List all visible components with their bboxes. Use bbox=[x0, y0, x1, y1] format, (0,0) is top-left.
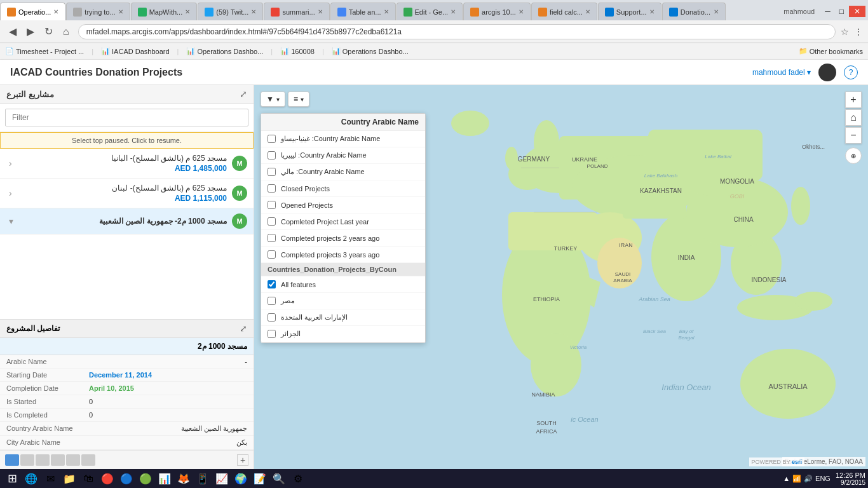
checkbox-5[interactable] bbox=[268, 217, 276, 226]
tab-twitter[interactable]: (59) Twit... ✕ bbox=[198, 3, 263, 20]
notice-bar[interactable]: Select top paused. Click to resume. bbox=[0, 132, 254, 149]
bookmark-1[interactable]: 📄 Timesheet - Project ... bbox=[5, 47, 84, 55]
dropdown-item-11[interactable]: الإمارات العربية المتحدة bbox=[261, 309, 425, 326]
tab-trying[interactable]: trying to... ✕ bbox=[66, 3, 130, 20]
lang-indicator[interactable]: ENG bbox=[815, 475, 831, 482]
taskbar-excel-icon[interactable]: 📊 bbox=[156, 470, 173, 487]
tab-close-table[interactable]: ✕ bbox=[381, 8, 389, 15]
checkbox-0[interactable] bbox=[268, 135, 276, 143]
taskbar-maps-icon[interactable]: 🌍 bbox=[232, 470, 250, 487]
minimize-btn[interactable]: ─ bbox=[821, 6, 834, 17]
dropdown-item-9[interactable]: All features bbox=[261, 276, 425, 293]
taskbar-files-icon[interactable]: 📁 bbox=[60, 470, 78, 487]
page-btn-4[interactable] bbox=[51, 454, 65, 466]
address-bar[interactable] bbox=[78, 24, 836, 39]
detail-panel-expand-btn[interactable]: ⤢ bbox=[240, 323, 247, 334]
dropdown-item-10[interactable]: مصر bbox=[261, 293, 425, 309]
tab-close-trying[interactable]: ✕ bbox=[116, 8, 123, 15]
filter-input[interactable] bbox=[5, 109, 248, 126]
tab-close-mapwith[interactable]: ✕ bbox=[182, 8, 190, 15]
checkbox-4[interactable] bbox=[268, 201, 276, 209]
start-button[interactable]: ⊞ bbox=[3, 471, 22, 485]
layers-tool-btn[interactable]: ≡ ▾ bbox=[288, 92, 309, 107]
taskbar-search-icon[interactable]: 🔍 bbox=[270, 470, 288, 487]
dropdown-item-1[interactable]: Country Arabic Name: ليبيريا bbox=[261, 147, 425, 164]
back-btn[interactable]: ◀ bbox=[5, 24, 20, 39]
dropdown-item-7[interactable]: Completed projects 3 years ago bbox=[261, 247, 425, 263]
forward-btn[interactable]: ▶ bbox=[23, 24, 38, 39]
sys-tray-expand[interactable]: ▲ bbox=[783, 475, 790, 482]
compass-btn[interactable]: ⊕ bbox=[845, 147, 862, 164]
tab-table[interactable]: Table an... ✕ bbox=[330, 3, 396, 20]
page-btn-5[interactable] bbox=[66, 454, 80, 466]
tab-operations[interactable]: Operatio... ✕ bbox=[0, 3, 65, 20]
zoom-home-btn[interactable]: ⌂ bbox=[845, 109, 862, 126]
taskbar-firefox-icon[interactable]: 🦊 bbox=[175, 470, 193, 487]
checkbox-1[interactable] bbox=[268, 151, 276, 159]
taskbar-app10[interactable]: 📱 bbox=[194, 470, 212, 487]
taskbar-app5[interactable]: 🔴 bbox=[98, 470, 116, 487]
dropdown-item-3[interactable]: Closed Projects bbox=[261, 180, 425, 197]
checkbox-12[interactable] bbox=[268, 330, 276, 338]
tab-close-arcgis[interactable]: ✕ bbox=[516, 8, 524, 15]
bookmark-5[interactable]: 📊 Operations Dashbo... bbox=[332, 47, 409, 55]
dropdown-item-12[interactable]: الجزائر bbox=[261, 326, 425, 342]
bookmark-btn[interactable]: ☆ bbox=[841, 27, 849, 37]
checkbox-10[interactable] bbox=[268, 297, 276, 305]
page-btn-6[interactable] bbox=[81, 454, 95, 466]
taskbar-mail-icon[interactable]: ✉ bbox=[41, 470, 59, 487]
project-item-0[interactable]: › مسجد 625 م (بالشق المسلح)- البانيا 1,4… bbox=[0, 149, 254, 179]
dropdown-item-2[interactable]: Country Arabic Name: مالي bbox=[261, 164, 425, 180]
page-btn-1[interactable] bbox=[5, 454, 19, 466]
filter-tool-btn[interactable]: ▼ ▾ bbox=[261, 92, 285, 107]
project-item-1[interactable]: › مسجد 625 م (بالشق المسلح)- لبنان 1,115… bbox=[0, 179, 254, 208]
taskbar-ie-icon[interactable]: 🌐 bbox=[22, 470, 40, 487]
dropdown-item-4[interactable]: Opened Projects bbox=[261, 197, 425, 214]
tab-fieldcalc[interactable]: field calc... ✕ bbox=[531, 3, 597, 20]
other-bookmarks[interactable]: 📁 Other bookmarks bbox=[799, 47, 863, 55]
bookmark-2[interactable]: 📊 IACAD Dashboard bbox=[101, 47, 170, 55]
tab-arcgis[interactable]: arcgis 10... ✕ bbox=[463, 3, 531, 20]
project-item-2[interactable]: ▾ مسجد 1000 م2- جمهورية الصين الشعبية M bbox=[0, 208, 254, 234]
page-btn-2[interactable] bbox=[20, 454, 34, 466]
tab-close-support[interactable]: ✕ bbox=[647, 8, 654, 15]
zoom-in-btn[interactable]: + bbox=[845, 92, 862, 108]
bookmark-4[interactable]: 📊 160008 bbox=[280, 47, 315, 55]
tab-close-fieldcalc[interactable]: ✕ bbox=[583, 8, 590, 15]
checkbox-11[interactable] bbox=[268, 313, 276, 322]
page-btn-3[interactable] bbox=[36, 454, 50, 466]
dropdown-item-6[interactable]: Completed projects 2 years ago bbox=[261, 230, 425, 247]
taskbar-chrome-icon[interactable]: 🔵 bbox=[118, 470, 135, 487]
home-btn[interactable]: ⌂ bbox=[59, 24, 73, 39]
user-link[interactable]: mahmoud fadel ▾ bbox=[752, 68, 811, 77]
checkbox-2[interactable] bbox=[268, 168, 276, 176]
help-button[interactable]: ? bbox=[844, 65, 858, 79]
settings-btn[interactable]: ⋮ bbox=[854, 27, 863, 37]
tab-donation[interactable]: Donatio... ✕ bbox=[662, 3, 726, 20]
close-btn[interactable]: ✕ bbox=[849, 6, 865, 17]
projects-panel-expand-btn[interactable]: ⤢ bbox=[240, 89, 247, 99]
zoom-out-btn[interactable]: − bbox=[845, 127, 862, 144]
reload-btn[interactable]: ↻ bbox=[41, 24, 57, 39]
dropdown-item-0[interactable]: Country Arabic Name: غينيا-بيساو bbox=[261, 131, 425, 147]
tab-close-summary[interactable]: ✕ bbox=[315, 8, 323, 15]
tab-mapwith[interactable]: MapWith... ✕ bbox=[131, 3, 198, 20]
taskbar-app11[interactable]: 📈 bbox=[213, 470, 231, 487]
bookmark-3[interactable]: 📊 Operations Dashbo... bbox=[186, 47, 263, 55]
tab-close-twitter[interactable]: ✕ bbox=[248, 8, 256, 15]
taskbar-app7[interactable]: 🟢 bbox=[137, 470, 154, 487]
tab-edit[interactable]: Edit - Ge... ✕ bbox=[397, 3, 463, 20]
tab-close-operations[interactable]: ✕ bbox=[51, 8, 58, 15]
tab-close-donation[interactable]: ✕ bbox=[711, 8, 719, 15]
checkbox-6[interactable] bbox=[268, 234, 276, 242]
add-panel-btn[interactable]: + bbox=[237, 454, 248, 466]
maximize-btn[interactable]: □ bbox=[836, 6, 848, 17]
taskbar-store-icon[interactable]: 🛍 bbox=[79, 470, 97, 487]
tab-summary[interactable]: summari... ✕ bbox=[264, 3, 329, 20]
dropdown-item-5[interactable]: Copmleted Project Last year bbox=[261, 214, 425, 230]
tab-close-edit[interactable]: ✕ bbox=[448, 8, 456, 15]
taskbar-word-icon[interactable]: 📝 bbox=[251, 470, 269, 487]
checkbox-9[interactable] bbox=[268, 280, 276, 288]
tab-support[interactable]: Support... ✕ bbox=[598, 3, 661, 20]
taskbar-settings-icon[interactable]: ⚙ bbox=[289, 470, 307, 487]
